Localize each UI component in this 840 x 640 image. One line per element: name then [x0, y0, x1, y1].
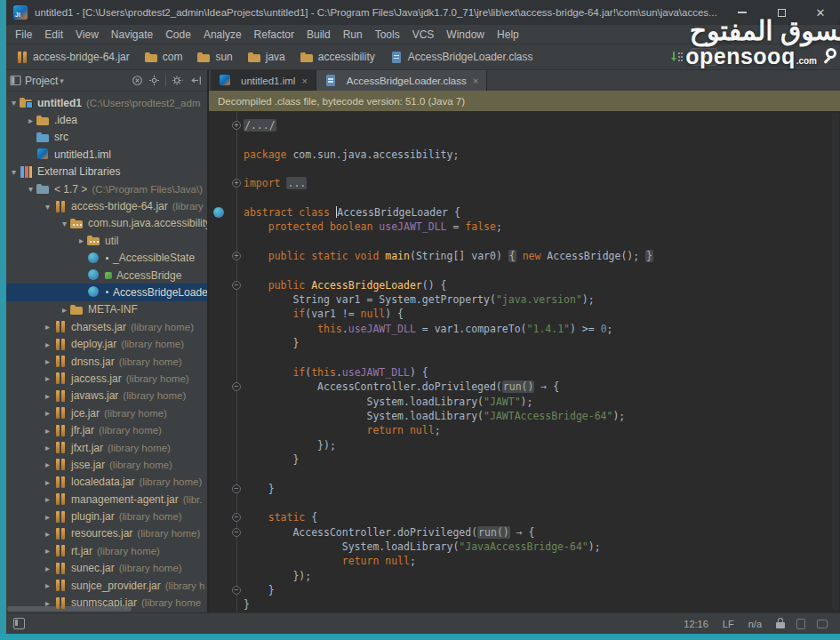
menu-run[interactable]: Run	[337, 28, 369, 41]
tree-item-jaccess-jar[interactable]: ▸jaccess.jar(library home)	[6, 370, 207, 387]
menu-navigate[interactable]: Navigate	[105, 28, 159, 41]
tree-item-1-7[interactable]: ▾< 1.7 >(C:\Program Files\Java\)	[6, 180, 207, 197]
tree-item-external-libraries[interactable]: ▾External Libraries	[6, 164, 207, 180]
menu-view[interactable]: View	[69, 28, 105, 41]
tree-item-idea[interactable]: ▸.idea	[6, 111, 207, 128]
tree-expand-icon[interactable]: ▸	[42, 443, 53, 452]
tree-expand-icon[interactable]: ▸	[42, 529, 53, 539]
tree-horizontal-scrollbar[interactable]	[7, 606, 132, 612]
close-button[interactable]: ✕	[801, 0, 840, 25]
gear-icon[interactable]	[172, 75, 185, 86]
editor-scrollbar[interactable]	[832, 113, 839, 611]
chevron-down-icon[interactable]: ▾	[60, 76, 64, 85]
line-separator[interactable]: LF	[723, 619, 734, 629]
tree-expand-icon[interactable]: ▸	[76, 236, 87, 245]
menu-analyze[interactable]: Analyze	[197, 28, 248, 41]
tree-item-jfxrt-jar[interactable]: ▸jfxrt.jar(library home)	[6, 439, 207, 456]
run-configuration-dropdown[interactable]: ▾	[691, 48, 717, 66]
tree-expand-icon[interactable]: ▾	[8, 167, 20, 177]
tree-item-untitled1[interactable]: ▾untitled1(C:\Users\prodtest2_adm	[6, 94, 207, 111]
tree-item-accessbridge[interactable]: AccessBridge	[6, 267, 207, 284]
tree-item-jfr-jar[interactable]: ▸jfr.jar(library home)	[6, 421, 207, 438]
tree-item-dnsns-jar[interactable]: ▸dnsns.jar(library home)	[6, 353, 207, 370]
tree-expand-icon[interactable]: ▸	[42, 580, 53, 590]
fold-collapse-icon[interactable]: −	[232, 484, 241, 493]
locate-icon[interactable]	[148, 75, 160, 86]
tree-item-charsets-jar[interactable]: ▸charsets.jar(library home)	[6, 318, 207, 335]
tree-expand-icon[interactable]: ▾	[59, 219, 70, 228]
project-panel-title[interactable]: Project	[25, 75, 58, 87]
tree-item-accessiblestate[interactable]: _AccessibleState	[6, 250, 207, 267]
tree-item-untitled1-iml[interactable]: untitled1.iml	[6, 146, 207, 163]
tab-accessbridgeloader-class[interactable]: AccessBridgeLoader.class×	[316, 70, 487, 91]
tree-expand-icon[interactable]: ▸	[42, 426, 53, 436]
breadcrumb-access-bridge-64-jar[interactable]: access-bridge-64.jar	[15, 51, 130, 63]
tree-item-meta-inf[interactable]: ▸META-INF	[6, 301, 207, 318]
tree-item-access-bridge-64-jar[interactable]: ▾access-bridge-64.jar(library	[6, 197, 207, 214]
tree-expand-icon[interactable]: ▸	[42, 322, 53, 332]
tree-expand-icon[interactable]: ▸	[42, 564, 53, 573]
breadcrumb-accessibility[interactable]: accessibility	[300, 51, 375, 63]
notifications-icon[interactable]	[817, 620, 828, 628]
tree-item-util[interactable]: ▸util	[6, 232, 207, 249]
menu-tools[interactable]: Tools	[369, 28, 406, 41]
tab-close-icon[interactable]: ×	[301, 76, 307, 86]
tree-item-jce-jar[interactable]: ▸jce.jar(library home)	[6, 404, 207, 421]
tree-expand-icon[interactable]: ▸	[59, 305, 70, 315]
tree-expand-icon[interactable]: ▸	[25, 116, 36, 125]
tree-item-com-sun-java-accessibility[interactable]: ▾com.sun.java.accessibility	[6, 215, 207, 232]
tree-expand-icon[interactable]: ▸	[42, 356, 53, 366]
menu-code[interactable]: Code	[159, 28, 197, 41]
file-encoding[interactable]: n/a	[748, 619, 762, 629]
class-gutter-icon[interactable]	[213, 207, 224, 218]
tree-item-resources-jar[interactable]: ▸resources.jar(library home)	[6, 525, 207, 542]
tree-item-jsse-jar[interactable]: ▸jsse.jar(library home)	[6, 456, 207, 473]
tree-expand-icon[interactable]: ▸	[42, 512, 53, 522]
tree-expand-icon[interactable]: ▸	[42, 373, 53, 383]
tab-untitled1-iml[interactable]: untitled1.iml×	[211, 70, 316, 91]
menu-vcs[interactable]: VCS	[406, 28, 441, 41]
hide-panel-icon[interactable]	[190, 75, 202, 86]
tree-expand-icon[interactable]: ▸	[42, 408, 53, 418]
collapse-all-icon[interactable]	[132, 75, 143, 86]
fold-expand-icon[interactable]: +	[232, 121, 241, 130]
tree-expand-icon[interactable]: ▸	[42, 546, 53, 556]
tab-close-icon[interactable]: ×	[473, 76, 478, 86]
tree-item-deploy-jar[interactable]: ▸deploy.jar(library home)	[6, 335, 207, 352]
menu-file[interactable]: File	[9, 28, 38, 41]
tree-expand-icon[interactable]: ▸	[42, 494, 53, 504]
tree-expand-icon[interactable]: ▾	[8, 98, 20, 108]
menu-help[interactable]: Help	[491, 28, 525, 41]
tree-item-management-agent-jar[interactable]: ▸management-agent.jar(libr.	[6, 491, 207, 508]
tree-item-accessbridgeloader[interactable]: AccessBridgeLoader	[6, 284, 207, 300]
tree-item-rt-jar[interactable]: ▸rt.jar(library home)	[6, 542, 207, 559]
tree-expand-icon[interactable]: ▸	[42, 460, 53, 469]
tree-item-plugin-jar[interactable]: ▸plugin.jar(library home)	[6, 508, 207, 524]
minimize-button[interactable]	[723, 0, 762, 25]
menu-edit[interactable]: Edit	[38, 28, 69, 41]
menu-build[interactable]: Build	[300, 28, 337, 41]
fold-collapse-icon[interactable]: −	[232, 281, 241, 290]
tree-expand-icon[interactable]: ▸	[42, 391, 53, 401]
caret-position[interactable]: 12:16	[684, 619, 708, 629]
menu-window[interactable]: Window	[440, 28, 491, 41]
breadcrumb-com[interactable]: com	[145, 51, 183, 63]
tree-expand-icon[interactable]: ▸	[42, 340, 53, 349]
menu-refactor[interactable]: Refactor	[248, 28, 300, 41]
lock-icon[interactable]	[776, 618, 785, 629]
tree-item-sunjce-provider-jar[interactable]: ▸sunjce_provider.jar(library h	[6, 577, 207, 594]
breadcrumb-sun[interactable]: sun	[197, 51, 232, 63]
breadcrumb-java[interactable]: java	[248, 51, 285, 63]
toolwindow-switcher-icon[interactable]	[13, 618, 25, 629]
code-editor[interactable]: /.../package com.sun.java.accessibility;…	[209, 111, 840, 612]
tree-item-localedata-jar[interactable]: ▸localedata.jar(library home)	[6, 474, 207, 491]
tree-expand-icon[interactable]: ▾	[42, 202, 53, 212]
tree-item-javaws-jar[interactable]: ▸javaws.jar(library home)	[6, 388, 207, 404]
tree-item-sunec-jar[interactable]: ▸sunec.jar(library home)	[6, 560, 207, 577]
maximize-button[interactable]	[762, 0, 801, 25]
update-project-icon[interactable]	[670, 50, 684, 64]
tree-expand-icon[interactable]: ▸	[42, 477, 53, 487]
breadcrumb-accessbridgeloader-class[interactable]: AccessBridgeLoader.class	[390, 51, 533, 63]
tree-expand-icon[interactable]: ▾	[25, 184, 36, 194]
fold-collapse-icon[interactable]: −	[232, 528, 241, 537]
